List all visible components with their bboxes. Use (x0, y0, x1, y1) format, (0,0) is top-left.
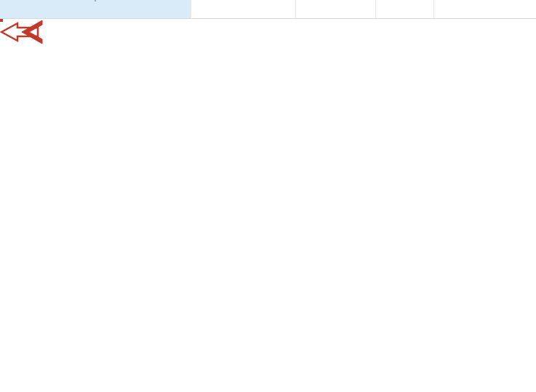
column-header-date[interactable] (191, 0, 296, 18)
column-header-row: ˄ (0, 0, 536, 19)
annotation-arrow-icon (0, 19, 44, 45)
column-header-name[interactable]: ˄ (0, 0, 191, 18)
column-header-type[interactable] (296, 0, 376, 18)
column-header-size[interactable] (376, 0, 434, 18)
sort-ascending-icon: ˄ (94, 0, 97, 6)
annotation-highlight-box (0, 19, 3, 22)
